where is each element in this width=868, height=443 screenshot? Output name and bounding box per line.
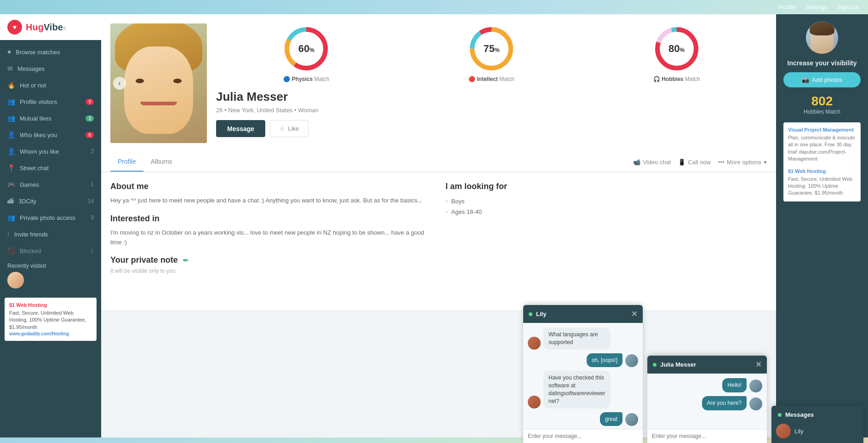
interested-title: Interested in: [110, 214, 432, 224]
camera-icon: 📷: [802, 76, 809, 83]
sidebar-item-label: Who likes you: [20, 132, 57, 138]
video-icon: 📹: [633, 159, 640, 166]
mutual-icon: 👥: [7, 115, 15, 122]
sidebar-item-invite-friends[interactable]: f Invite friends: [0, 226, 101, 242]
chat-window-julia: Julia Messer ✕ Hello! Are you here?: [647, 356, 767, 443]
sidebar-item-blocked[interactable]: 🚫 Blocked 1: [0, 242, 101, 259]
rp-ad-desc2: Fast, Secure, Unlimited Web Hosting. 100…: [788, 176, 856, 197]
profile-tabs: Profile Albums 📹 Video chat 📱 Call now •…: [101, 152, 776, 172]
like-button[interactable]: ☆ Like: [270, 120, 308, 137]
video-chat-action[interactable]: 📹 Video chat: [633, 159, 671, 166]
chat-window-mini: Messages Lily: [771, 406, 863, 443]
sender-avatar: [749, 397, 762, 410]
sidebar-item-profile-visitors[interactable]: 👥 Profile visitors 9: [0, 93, 101, 110]
profile-body: About me Hey ya ^^ just here to meet new…: [101, 172, 776, 310]
sidebar-item-street-chat[interactable]: 📍 Street chat: [0, 160, 101, 176]
message-bubble: Are you here?: [702, 396, 747, 410]
intellect-value: 75%: [483, 43, 499, 55]
logo-reg: ®: [63, 26, 66, 31]
more-options-action[interactable]: ••• More options ▾: [718, 159, 767, 166]
fire-icon: 🔥: [7, 81, 15, 89]
logo-icon: ♥: [7, 20, 22, 35]
hobbies-match-panel: 802 Hobbies Match: [783, 94, 861, 115]
location-icon: 📍: [7, 164, 15, 172]
message-bubble: oh, [oops!]: [587, 353, 622, 368]
mutual-badge: 3: [86, 115, 94, 121]
hobbies-label: 🎧 Hobbies Match: [586, 76, 767, 82]
sidebar-item-private-photo[interactable]: 👥 Private photo access 9: [0, 209, 101, 226]
add-photos-button[interactable]: 📷 Add photos: [783, 72, 861, 87]
chat-input-lily[interactable]: [523, 429, 643, 443]
private-note-sub: It will be visible only to you: [110, 268, 432, 274]
sidebar-ad-link[interactable]: $1 Web Hosting: [9, 302, 47, 308]
ellipsis-icon: •••: [718, 159, 725, 166]
logo-name-part2: Vibe: [44, 22, 63, 32]
chat-close-julia[interactable]: ✕: [755, 360, 761, 369]
sidebar-item-label: Messages: [17, 65, 45, 72]
hobbies-label: Hobbies Match: [783, 109, 861, 115]
looking-title: I am looking for: [445, 182, 767, 191]
about-section: About me Hey ya ^^ just here to meet new…: [110, 182, 432, 301]
rp-ad-link2[interactable]: $1 Web Hosting: [788, 168, 826, 174]
chat-title-julia: Julia Messer: [660, 361, 696, 368]
recently-visited-avatar[interactable]: [7, 272, 24, 288]
sender-avatar: [625, 413, 638, 426]
sidebar-item-messages[interactable]: ✉ Messages: [0, 60, 101, 77]
message-button[interactable]: Message: [216, 120, 265, 137]
chat-window-lily: Lily ✕ What languages are supported oh, …: [523, 305, 643, 443]
blocked-count: 1: [91, 247, 94, 254]
about-title: About me: [110, 182, 432, 191]
hobbies-donut: 80%: [651, 23, 702, 74]
nav-profile-link[interactable]: Profile: [778, 4, 795, 11]
chat-message: Have you checked this software at dating…: [528, 371, 611, 408]
rp-ad-link1[interactable]: Visual Project Management: [788, 127, 854, 132]
sidebar-item-3dcity[interactable]: 🏙 3DCity 14: [0, 193, 101, 209]
chat-input-julia[interactable]: [647, 429, 767, 443]
chat-mini-avatar: [776, 424, 791, 438]
looking-item: Boys: [445, 196, 767, 207]
likes-icon: 👤: [7, 131, 15, 138]
sidebar-item-games[interactable]: 🎮 Games 1: [0, 176, 101, 193]
intellect-donut: 75%: [466, 23, 517, 74]
chat-close-lily[interactable]: ✕: [631, 310, 637, 318]
sidebar-item-label: Private photo access: [20, 214, 75, 221]
chat-mini-header[interactable]: Messages: [771, 406, 863, 424]
intellect-label: 🔴 Intellect Match: [401, 76, 582, 82]
sidebar-ad-url[interactable]: www.godaddy.com/Hosting: [9, 331, 69, 336]
chat-message: Hello!: [722, 378, 762, 392]
sidebar-item-browse-matches[interactable]: ♥ Browse matches: [0, 44, 101, 60]
sidebar-nav: ♥ Browse matches ✉ Messages 🔥 Hot or not…: [0, 40, 101, 259]
message-bubble: Hello!: [722, 378, 747, 392]
sender-avatar: [528, 337, 541, 350]
chat-messages-julia: Hello! Are you here?: [647, 374, 767, 429]
nav-signout-link[interactable]: Sign out: [837, 4, 859, 11]
sidebar-ad-text: Fast, Secure, Unlimited Web Hosting. 100…: [9, 310, 92, 331]
photo-icon: 👥: [7, 214, 15, 221]
sidebar-item-whom-you-like[interactable]: 👤 Whom you like 3: [0, 143, 101, 160]
chat-mini-preview[interactable]: Lily: [771, 424, 863, 443]
top-navigation: Profile Settings Sign out: [0, 0, 868, 14]
about-text: Hey ya ^^ just here to meet new people a…: [110, 196, 432, 206]
chat-header-julia: Julia Messer ✕: [647, 356, 767, 374]
sidebar-item-label: Whom you like: [20, 148, 59, 155]
sidebar-item-hot-or-not[interactable]: 🔥 Hot or not: [0, 77, 101, 93]
sidebar-item-mutual-likes[interactable]: 👥 Mutual likes 3: [0, 110, 101, 127]
call-now-action[interactable]: 📱 Call now: [678, 159, 711, 166]
physics-value: 60%: [298, 43, 314, 55]
tab-profile[interactable]: Profile: [110, 152, 143, 172]
intellect-match: 75% 🔴 Intellect Match: [401, 23, 582, 82]
sidebar-item-label: Profile visitors: [20, 98, 57, 105]
sidebar-item-who-likes-you[interactable]: 👤 Who likes you 6: [0, 127, 101, 143]
tab-albums[interactable]: Albums: [143, 152, 180, 172]
visitors-icon: 👥: [7, 98, 15, 105]
physics-label: 🔵 Physics Match: [216, 76, 397, 82]
nav-settings-link[interactable]: Settings: [805, 4, 827, 11]
chat-messages-lily: What languages are supported oh, [oops!]…: [523, 323, 643, 429]
logo-name-part1: Hug: [26, 22, 44, 32]
sender-avatar: [625, 354, 638, 367]
chat-header-lily: Lily ✕: [523, 305, 643, 323]
photo-prev-button[interactable]: ‹: [113, 77, 126, 90]
profile-photo: ‹: [110, 23, 207, 143]
sidebar-item-label: Games: [20, 181, 39, 188]
hobbies-value: 80%: [668, 43, 685, 55]
